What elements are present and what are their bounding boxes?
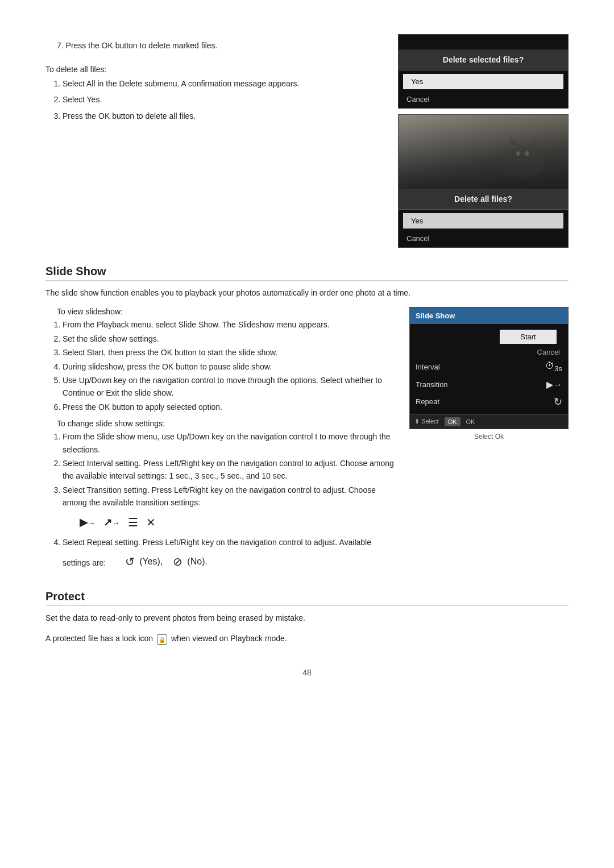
- delete-selected-cancel[interactable]: Cancel: [399, 93, 568, 108]
- slideshow-start-btn[interactable]: Start: [500, 330, 557, 344]
- change-step-4: Select Repeat setting. Press Left/Right …: [63, 536, 398, 574]
- delete-all-header: To delete all files:: [45, 65, 381, 74]
- repeat-no-icon: ⊘: [173, 553, 182, 571]
- delete-selected-title: Delete selected files?: [399, 49, 568, 70]
- protect-desc2: A protected file has a lock icon 🔒 when …: [45, 632, 569, 645]
- slideshow-transition-row: Transition ▶→: [410, 376, 568, 393]
- change-step-1: From the Slide show menu, use Up/Down ke…: [63, 430, 398, 456]
- view-step-5: Use Up/Down key on the navigation contro…: [63, 374, 398, 400]
- page-number: 48: [45, 668, 569, 677]
- change-step-2: Select Interval setting. Press Left/Righ…: [63, 457, 398, 483]
- dialog-top-space: [399, 35, 568, 49]
- repeat-label: Repeat: [416, 397, 554, 406]
- delete-all-title: Delete all files?: [399, 189, 568, 210]
- change-header: To change slide show settings:: [57, 419, 398, 428]
- lock-icon: 🔒: [157, 634, 167, 645]
- slideshow-panel-body: Start Cancel Interval ⏱3s Transition ▶→: [410, 324, 568, 414]
- view-step-1: From the Playback menu, select Slide Sho…: [63, 318, 398, 331]
- delete-all-yes[interactable]: Yes: [403, 213, 563, 229]
- repeat-icons-row: ↺ (Yes), ⊘ (No).: [125, 553, 208, 571]
- transition-icon-2: ↗→: [103, 514, 120, 531]
- slideshow-heading: Slide Show: [45, 265, 569, 281]
- delete-selected-dialog: Delete selected files? Yes Cancel: [398, 34, 569, 109]
- repeat-yes-icon: ↺: [125, 553, 135, 571]
- select-ok-annotation: Select Ok: [409, 433, 569, 441]
- repeat-value: ↻: [554, 396, 562, 408]
- view-header: To view slideshow:: [57, 307, 398, 316]
- top-right-dialogs: Delete selected files? Yes Cancel: [398, 34, 569, 248]
- change-steps-list: From the Slide show menu, use Up/Down ke…: [63, 430, 398, 574]
- slideshow-panel-title: Slide Show: [410, 308, 568, 324]
- footer-ok-label: OK: [466, 418, 475, 425]
- page: 7. Press the OK button to delete marked …: [0, 0, 614, 722]
- delete-all-steps: Select All in the Delete submenu. A conf…: [63, 77, 381, 122]
- slideshow-section: Slide Show The slide show function enabl…: [45, 265, 569, 579]
- footer-ok-badge: OK: [445, 417, 460, 426]
- interval-label: Interval: [416, 363, 545, 371]
- slideshow-repeat-row: Repeat ↻: [410, 393, 568, 411]
- view-step-2: Set the slide show settings.: [63, 333, 398, 345]
- delete-all-dialog: Delete all files? Yes Cancel: [398, 114, 569, 248]
- view-step-3: Select Start, then press the OK button t…: [63, 346, 398, 359]
- transition-icon-3: ☰: [128, 513, 138, 531]
- change-step-3: Select Transition setting. Press Left/Ri…: [63, 484, 398, 532]
- view-step-6: Press the OK button to apply selected op…: [63, 401, 398, 413]
- transition-icons-row: ▶→ ↗→ ☰ ✕: [80, 513, 398, 531]
- slideshow-content: To view slideshow: From the Playback men…: [45, 307, 569, 578]
- slideshow-footer: ⬆ Select OK OK: [410, 414, 568, 429]
- slideshow-ui-panel: Slide Show Start Cancel Interval ⏱3s Tra…: [409, 307, 569, 578]
- protect-heading: Protect: [45, 590, 569, 606]
- transition-icon-1: ▶→: [80, 514, 96, 531]
- slideshow-interval-row: Interval ⏱3s: [410, 358, 568, 376]
- view-steps-list: From the Playback menu, select Slide Sho…: [63, 318, 398, 413]
- repeat-yes-label: (Yes),: [139, 554, 163, 569]
- protect-desc1: Set the data to read-only to prevent pho…: [45, 612, 569, 624]
- slideshow-panel: Slide Show Start Cancel Interval ⏱3s Tra…: [409, 307, 569, 429]
- repeat-no-label: (No).: [187, 554, 208, 569]
- step7-text: 7. Press the OK button to delete marked …: [57, 40, 381, 52]
- footer-select: ⬆ Select: [414, 418, 439, 425]
- delete-all-step1: Select All in the Delete submenu. A conf…: [63, 77, 381, 90]
- delete-all-step2: Select Yes.: [63, 93, 381, 106]
- protect-section: Protect Set the data to read-only to pre…: [45, 590, 569, 645]
- interval-value: ⏱3s: [545, 361, 562, 373]
- cat-photo: [399, 115, 568, 189]
- slideshow-instructions: To view slideshow: From the Playback men…: [45, 307, 398, 578]
- transition-icon-4: ✕: [146, 513, 156, 531]
- view-step-4: During slideshow, press the OK button to…: [63, 360, 398, 373]
- top-left-instructions: 7. Press the OK button to delete marked …: [45, 34, 381, 248]
- delete-all-cancel[interactable]: Cancel: [399, 232, 568, 247]
- delete-selected-yes[interactable]: Yes: [403, 74, 563, 89]
- slideshow-cancel-btn[interactable]: Cancel: [410, 346, 568, 358]
- slideshow-desc: The slide show function enables you to p…: [45, 286, 569, 299]
- delete-all-step3: Press the OK button to delete all files.: [63, 110, 381, 122]
- top-section: 7. Press the OK button to delete marked …: [45, 34, 569, 248]
- transition-label: Transition: [416, 380, 546, 389]
- transition-value: ▶→: [546, 379, 562, 390]
